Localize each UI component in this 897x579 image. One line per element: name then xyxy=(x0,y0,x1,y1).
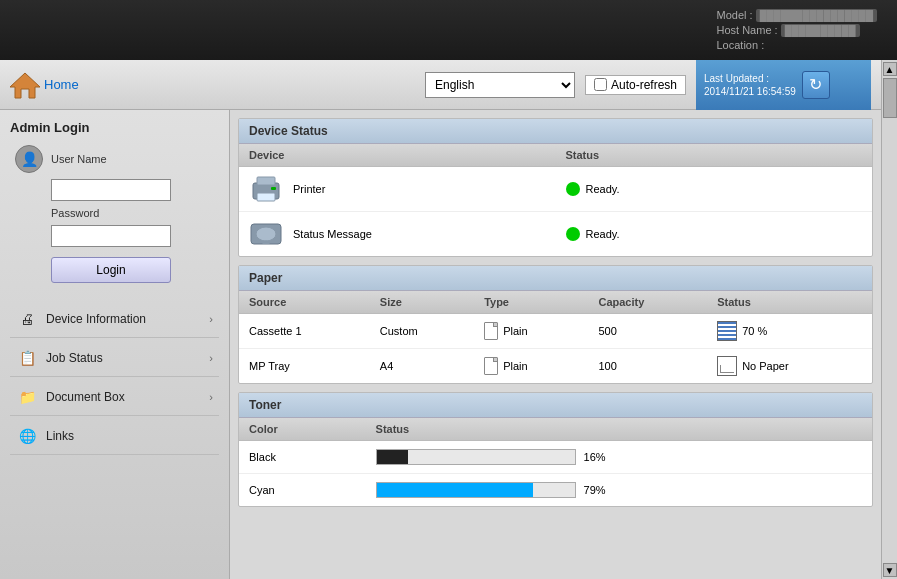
device-col-header: Device xyxy=(239,144,556,167)
sidebar-item-label-device-info: Device Information xyxy=(46,312,146,326)
sidebar: Admin Login 👤 User Name Password xyxy=(0,110,230,579)
status-msg-cell: Status Message xyxy=(249,220,546,248)
username-input[interactable] xyxy=(51,179,171,201)
status-msg-icon xyxy=(249,220,283,248)
sidebar-item-device-information[interactable]: 🖨 Device Information › xyxy=(10,301,219,338)
location-label: Location : xyxy=(717,39,765,51)
paper-size-mptray: A4 xyxy=(370,349,474,384)
device-status-section: Device Status Device Status xyxy=(238,118,873,257)
paper-col-size: Size xyxy=(370,291,474,314)
home-icon xyxy=(10,71,40,99)
toner-bar-cyan-container: 79% xyxy=(376,482,862,498)
svg-rect-2 xyxy=(257,177,275,185)
sidebar-item-document-box[interactable]: 📁 Document Box › xyxy=(10,379,219,416)
language-select[interactable]: English Japanese German French xyxy=(425,72,575,98)
username-label: User Name xyxy=(51,153,116,165)
sidebar-item-label-job-status: Job Status xyxy=(46,351,103,365)
toner-section-header: Toner xyxy=(239,393,872,418)
printer-status-text: Ready. xyxy=(586,183,620,195)
status-msg-status-cell: Ready. xyxy=(566,227,863,241)
toner-col-color: Color xyxy=(239,418,366,441)
toner-bar-cyan-bg xyxy=(376,482,576,498)
last-updated-section: Last Updated : 2014/11/21 16:54:59 ↻ xyxy=(696,60,871,110)
svg-point-6 xyxy=(256,227,276,241)
toner-bar-black-bg xyxy=(376,449,576,465)
toner-col-status: Status xyxy=(366,418,872,441)
toner-color-black: Black xyxy=(239,441,366,474)
paper-size-cassette1: Custom xyxy=(370,314,474,349)
toner-bar-black-container: 16% xyxy=(376,449,862,465)
scrollbar-up-arrow[interactable]: ▲ xyxy=(883,62,897,76)
paper-section: Paper Source Size Type Capacity Status xyxy=(238,265,873,384)
password-input-row xyxy=(15,225,219,247)
scrollbar-down-arrow[interactable]: ▼ xyxy=(883,563,897,577)
sidebar-nav: 🖨 Device Information › 📋 Job Status › 📁 … xyxy=(10,301,219,455)
home-nav[interactable]: Home xyxy=(10,71,79,99)
scrollbar-thumb[interactable] xyxy=(883,78,897,118)
auto-refresh-checkbox[interactable] xyxy=(594,78,607,91)
paper-type-cassette1: Plain xyxy=(503,325,527,337)
sidebar-item-links[interactable]: 🌐 Links xyxy=(10,418,219,455)
nav-bar: Home English Japanese German French Auto… xyxy=(0,60,881,110)
toner-pct-black: 16% xyxy=(584,451,606,463)
sidebar-arrow-document-box: › xyxy=(209,391,213,403)
login-button[interactable]: Login xyxy=(51,257,171,283)
password-input[interactable] xyxy=(51,225,171,247)
printer-label: Printer xyxy=(293,183,325,195)
model-value: ████████████████ xyxy=(756,9,877,22)
toner-bar-cyan-fill xyxy=(377,483,533,497)
paper-type-icon-mptray: Plain xyxy=(484,357,578,375)
sidebar-item-label-links: Links xyxy=(46,429,74,443)
toner-bar-black-fill xyxy=(377,450,409,464)
paper-row-mptray: MP Tray A4 Plain xyxy=(239,349,872,384)
toner-pct-cyan: 79% xyxy=(584,484,606,496)
printer-status-dot xyxy=(566,182,580,196)
paper-type-mptray: Plain xyxy=(503,360,527,372)
paper-capacity-cassette1: 500 xyxy=(588,314,707,349)
paper-status-cassette1: 70 % xyxy=(717,321,862,341)
toner-row-cyan: Cyan 79% xyxy=(239,474,872,507)
avatar-icon: 👤 xyxy=(15,145,43,173)
admin-form: 👤 User Name Password Login xyxy=(10,145,219,283)
top-bar-info: Model : ████████████████ Host Name : ███… xyxy=(717,9,878,51)
admin-login-title: Admin Login xyxy=(10,120,219,135)
password-label: Password xyxy=(51,207,116,219)
paper-sheet-icon xyxy=(484,322,498,340)
home-link[interactable]: Home xyxy=(44,77,79,92)
paper-sheet-icon-mp xyxy=(484,357,498,375)
auto-refresh-label: Auto-refresh xyxy=(611,78,677,92)
fill-icon-cassette1 xyxy=(717,321,737,341)
svg-rect-4 xyxy=(271,187,276,190)
paper-source-mptray: MP Tray xyxy=(239,349,370,384)
hostname-label: Host Name : xyxy=(717,24,778,36)
refresh-button[interactable]: ↻ xyxy=(802,71,830,99)
device-row-status-message: Status Message Ready. xyxy=(239,212,872,257)
main-layout: Admin Login 👤 User Name Password xyxy=(0,110,881,579)
sidebar-item-job-status[interactable]: 📋 Job Status › xyxy=(10,340,219,377)
content-area: Home English Japanese German French Auto… xyxy=(0,60,881,579)
printer-cell: Printer xyxy=(249,175,546,203)
svg-rect-3 xyxy=(257,193,275,201)
model-label: Model : xyxy=(717,9,753,21)
status-msg-status-text: Ready. xyxy=(586,228,620,240)
paper-status-mptray: No Paper xyxy=(717,356,862,376)
right-panel: Device Status Device Status xyxy=(230,110,881,579)
auto-refresh-container: Auto-refresh xyxy=(585,75,686,95)
sidebar-item-label-document-box: Document Box xyxy=(46,390,125,404)
hostname-value: ██████████ xyxy=(781,24,860,37)
status-msg-dot xyxy=(566,227,580,241)
last-updated-value: 2014/11/21 16:54:59 xyxy=(704,86,796,97)
toner-color-cyan: Cyan xyxy=(239,474,366,507)
toner-row-black: Black 16% xyxy=(239,441,872,474)
paper-col-type: Type xyxy=(474,291,588,314)
printer-icon xyxy=(249,175,283,203)
last-updated-info: Last Updated : 2014/11/21 16:54:59 xyxy=(704,73,796,97)
status-msg-label: Status Message xyxy=(293,228,372,240)
toner-section: Toner Color Status Black xyxy=(238,392,873,507)
username-row: 👤 User Name xyxy=(15,145,219,173)
svg-marker-0 xyxy=(10,73,40,98)
login-btn-row: Login xyxy=(15,257,219,283)
device-row-printer: Printer Ready. xyxy=(239,167,872,212)
scrollbar[interactable]: ▲ ▼ xyxy=(881,60,897,579)
paper-col-source: Source xyxy=(239,291,370,314)
